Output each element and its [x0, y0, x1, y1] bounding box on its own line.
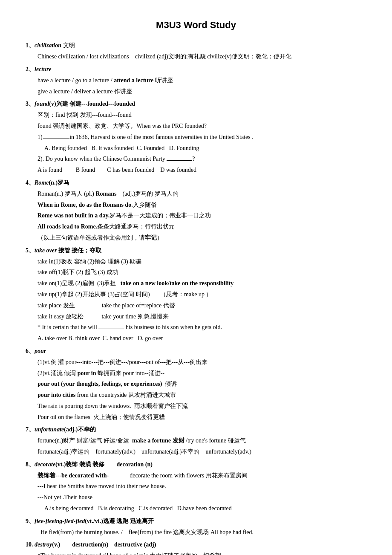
section-5-line-2: take off(1)脱下 (2) 起飞 (3) 成功: [37, 267, 366, 278]
page-title: M3U3 Word Study: [26, 17, 366, 33]
section-3-line-4: A. Being founded B. It was founded C. Fo…: [44, 143, 366, 153]
section-num-5: 5、take over 接管 接任；夺取: [26, 247, 101, 254]
section-4: 4、Rome(n.)罗马 Roman(n.) 罗马人 (pl.) Romans …: [26, 178, 366, 243]
section-10-line-1: *The heavy rain destroyed all hope of a …: [37, 551, 366, 555]
section-num-1: 1、civilization: [26, 42, 61, 49]
section-num-8: 8、decorate(vt.)装饰 装潢 装修 decoration (n): [26, 461, 153, 468]
section-num-7: 7、unfortunate(adj.)不幸的: [26, 426, 96, 433]
section-word-1: 文明: [61, 42, 75, 49]
section-3-line-1: 区别：find 找到 发现---found---found: [37, 110, 366, 120]
section-5-line-4: take up(1)拿起 (2)开始从事 (3)占(空间 时间) （思考：mak…: [37, 289, 366, 300]
section-6-line-5: The rain is pouring down the windows. 雨水…: [37, 401, 366, 411]
section-6-line-3: pour out (your thoughts, feelings, or ex…: [37, 379, 366, 389]
section-2: 2、lecture have a lecture / go to a lectu…: [26, 64, 366, 96]
section-8: 8、decorate(vt.)装饰 装潢 装修 decoration (n) 装…: [26, 460, 366, 514]
section-6-line-1: (1)vt.倒 灌 pour---into---把---倒进---/pour--…: [37, 357, 366, 367]
section-num-9: 9、flee-fleeing-fled-fled(vt./vi.)逃避 逃跑 迅…: [26, 518, 154, 524]
section-2-line-1: have a lecture / go to a lecture / atten…: [37, 75, 366, 86]
section-8-line-1: 装饰着---be decorated with- decorate the ro…: [37, 471, 366, 481]
section-7-line-2: fortunate(adj.)幸运的 fortunately(adv.) unf…: [37, 447, 366, 457]
section-5-line-8: A. take over B. think over C. hand over …: [37, 333, 366, 344]
section-6: 6、pour (1)vt.倒 灌 pour---into---把---倒进---…: [26, 346, 366, 422]
section-8-line-2: ---I hear the Smiths have moved into the…: [37, 481, 366, 491]
section-5-line-3: take on(1)呈现 (2)雇佣 (3)承担 take on a new l…: [37, 278, 366, 289]
section-5: 5、take over 接管 接任；夺取 take in(1)吸收 容纳 (2)…: [26, 246, 366, 344]
section-num-6: 6、pour: [26, 348, 46, 354]
section-8-line-3: ---Not yet .Their house: [37, 492, 366, 503]
section-num-4: 4、Rome(n.)罗马: [26, 179, 69, 186]
section-6-line-4: pour into cities from the countryside 从农…: [37, 390, 366, 400]
section-6-line-2: (2)vi.涌流 倾泻 pour in 蜂拥而来 pour into--涌进--: [37, 368, 366, 379]
section-7-line-1: fortune(n.)财产 财富/运气 好运/命运 make a fortune…: [37, 436, 366, 446]
section-num-2: 2、lecture: [26, 66, 52, 72]
section-6-line-6: Pour oil on the flames 火上浇油；使情况变得更糟: [37, 412, 366, 422]
section-3-line-2: found 强调创建国家、政党、大学等。When was the PRC fou…: [37, 121, 366, 131]
section-5-line-6: take it easy 放轻松 take your time 别急,慢慢来: [37, 312, 366, 322]
section-4-line-4: All roads lead to Rome.条条大路通罗马；行行出状元: [37, 222, 366, 232]
section-9: 9、flee-fleeing-fled-fled(vt./vi.)逃避 逃跑 迅…: [26, 516, 366, 538]
section-4-line-3: Rome was not built in a day.罗马不是一天建成的；伟业…: [37, 211, 366, 221]
section-7: 7、unfortunate(adj.)不幸的 fortune(n.)财产 财富/…: [26, 425, 366, 457]
section-4-line-1: Roman(n.) 罗马人 (pl.) Romans (adj.)罗马的 罗马人…: [37, 189, 366, 199]
section-1: 1、civilization 文明 Chinese civilization /…: [26, 40, 366, 62]
section-2-line-2: give a lecture / deliver a lecture 作讲座: [37, 87, 366, 97]
content: 1、civilization 文明 Chinese civilization /…: [26, 40, 366, 555]
section-9-line-1: He fled(from) the burning house. / flee(…: [37, 527, 366, 538]
section-3-line-3: 1).in 1636, Harvard is one of the most f…: [37, 132, 366, 142]
section-4-line-2: When in Rome, do as the Romans do.入乡随俗: [37, 200, 366, 210]
section-5-line-7: * It is certain that he will his busines…: [37, 322, 366, 332]
section-1-line-1: Chinese civilization / lost civilization…: [37, 52, 366, 62]
section-3: 3、found(v)兴建 创建---founded---founded 区别：f…: [26, 99, 366, 175]
section-10: 10. destroy(v.) destruction(n) destructi…: [26, 540, 366, 555]
section-num-3: 3、found(v)兴建 创建---founded---founded: [26, 101, 135, 107]
section-5-line-1: take in(1)吸收 容纳 (2)领会 理解 (3) 欺骗: [37, 257, 366, 267]
section-8-line-4: A.is being decorated B.is decorating C.i…: [44, 503, 366, 514]
section-num-10: 10. destroy(v.) destruction(n) destructi…: [26, 541, 156, 548]
section-5-line-5: take place 发生 take the place of=replace …: [37, 301, 366, 311]
section-4-line-5: （以上三句谚语单选或者作文会用到，请牢记）: [37, 233, 366, 243]
section-3-line-5: 2). Do you know when the Chinese Communi…: [37, 154, 366, 164]
section-3-line-6: A is found B found C has been founded D …: [37, 165, 366, 175]
